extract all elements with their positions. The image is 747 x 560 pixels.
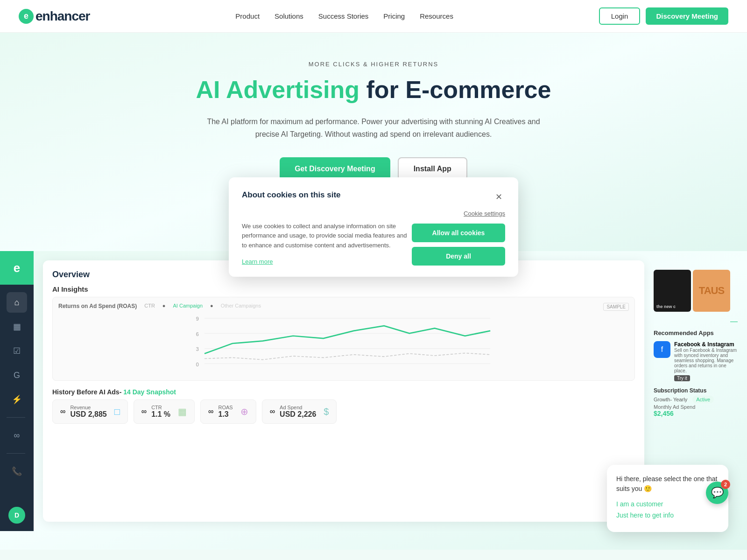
- revenue-value: USD 2,885: [70, 410, 106, 419]
- fb-app-desc: Sell on Facebook & Instagram with synced…: [674, 348, 738, 373]
- logo: e enhancer: [19, 9, 90, 24]
- fb-instagram-app: f Facebook & Instagram Sell on Facebook …: [654, 341, 738, 382]
- nav-success-stories[interactable]: Success Stories: [318, 12, 369, 20]
- chat-bubble-container: 💬 2: [715, 510, 738, 532]
- nav-pricing[interactable]: Pricing: [383, 12, 405, 20]
- hero-title-green: AI Advertising: [196, 76, 360, 103]
- adspend-icon: ∞: [270, 407, 275, 416]
- history-title: History Before AI Ads- 14 Day Snapshot: [52, 388, 635, 396]
- ctr-metric-label: CTR: [151, 405, 170, 410]
- sidebar-divider-2: [7, 453, 25, 454]
- sidebar-logo: e: [0, 251, 34, 285]
- cookie-right: Cookie settings Allow all cookies Deny a…: [412, 210, 505, 266]
- login-button[interactable]: Login: [599, 7, 641, 25]
- sidebar-avatar[interactable]: D: [8, 507, 25, 524]
- sub-status-label: Subscription Status: [654, 387, 738, 394]
- svg-text:6: 6: [196, 331, 199, 337]
- logo-icon: e: [19, 9, 34, 24]
- history-snapshot-label: 14 Day Snapshot: [123, 388, 176, 396]
- nav-links: Product Solutions Success Stories Pricin…: [235, 12, 453, 20]
- hero-title-rest: for E-commerce: [359, 76, 551, 103]
- ctr-metric-value: 1.1 %: [151, 410, 170, 419]
- growth-plan-text: Growth- Yearly: [654, 397, 687, 402]
- deny-all-button[interactable]: Deny all: [412, 247, 505, 266]
- navbar-actions: Login Discovery Meeting: [599, 7, 728, 25]
- cookie-left: We use cookies to collect and analyse in…: [242, 222, 412, 266]
- brand-name: enhancer: [35, 9, 90, 24]
- carousel-dot: —: [730, 317, 738, 326]
- roas-chart: 9 6 3 0: [58, 313, 629, 374]
- sidebar-item-analytics[interactable]: ▦: [7, 316, 27, 337]
- promo-dots: —: [654, 317, 738, 326]
- nav-solutions[interactable]: Solutions: [275, 12, 303, 20]
- revenue-label: Revenue: [70, 405, 106, 410]
- chat-message: Hi there, please select the one that sui…: [616, 474, 719, 494]
- roas-label: Returns on Ad Spend (ROAS): [58, 303, 137, 309]
- promo-image-orange: TAUS: [693, 270, 730, 312]
- fb-app-name: Facebook & Instagram: [674, 341, 738, 348]
- active-badge: Active: [692, 396, 714, 403]
- fb-app-info: Facebook & Instagram Sell on Facebook & …: [674, 341, 738, 382]
- svg-text:9: 9: [196, 316, 199, 322]
- chat-option-customer[interactable]: I am a customer: [616, 500, 719, 508]
- roas-metric-value: 1.3: [218, 410, 233, 419]
- cookie-banner: About cookies on this site ✕ We use cook…: [229, 177, 518, 277]
- cookie-body-text: We use cookies to collect and analyse in…: [242, 222, 412, 251]
- ctr-icon: ∞: [141, 407, 147, 416]
- roas-metric-label: ROAS: [218, 405, 233, 410]
- chart-labels: Returns on Ad Spend (ROAS) CTR ●AI Campa…: [58, 303, 629, 309]
- cookie-title: About cookies on this site: [242, 190, 341, 200]
- monthly-spend-label: Monthly Ad Spend: [654, 404, 738, 410]
- promo-images-strip: the new c TAUS: [654, 270, 738, 312]
- new-label: the new c: [656, 304, 676, 309]
- sidebar-item-integrations[interactable]: ⚡: [7, 389, 27, 410]
- hero-title: AI Advertising for E-commerce: [9, 76, 738, 104]
- dashboard-content: Overview AI Insights Returns on Ad Spend…: [34, 251, 654, 531]
- dashboard-inner: Overview AI Insights Returns on Ad Spend…: [43, 260, 644, 522]
- sidebar-item-infinity[interactable]: ∞: [7, 425, 27, 446]
- sidebar-item-home[interactable]: ⌂: [7, 292, 27, 313]
- metric-adspend: ∞ Ad Spend USD 2,226 $: [262, 399, 337, 424]
- adspend-label: Ad Spend: [280, 405, 316, 410]
- recommended-apps-title: Recommended Apps: [654, 329, 738, 336]
- subscription-status-section: Subscription Status Growth- Yearly Activ…: [654, 387, 738, 417]
- cookie-close-button[interactable]: ✕: [492, 190, 505, 203]
- cookie-settings-link[interactable]: Cookie settings: [464, 210, 505, 217]
- chart-area: Returns on Ad Spend (ROAS) CTR ●AI Campa…: [52, 297, 635, 381]
- sidebar-item-phone[interactable]: 📞: [7, 461, 27, 482]
- hero-subtitle: MORE CLICKS & HIGHER RETURNS: [9, 61, 738, 68]
- chat-option-info[interactable]: Just here to get info: [616, 511, 719, 519]
- metric-ctr: ∞ CTR 1.1 % ▦: [134, 399, 195, 424]
- allow-all-cookies-button[interactable]: Allow all cookies: [412, 224, 505, 242]
- revenue-icon: ∞: [60, 407, 65, 416]
- sidebar-divider: [7, 417, 25, 418]
- overview-label: Overview: [52, 270, 90, 279]
- ai-insights-label: AI Insights: [52, 285, 635, 293]
- promo-images: the new c TAUS —: [654, 270, 738, 326]
- growth-plan-label: Growth- Yearly Active: [654, 397, 738, 402]
- metric-revenue: ∞ Revenue USD 2,885 □: [52, 399, 128, 424]
- cookie-content-wrap: We use cookies to collect and analyse in…: [242, 210, 505, 266]
- nav-resources[interactable]: Resources: [420, 12, 453, 20]
- nav-product[interactable]: Product: [235, 12, 260, 20]
- history-before-label: History Before AI Ads-: [52, 388, 121, 396]
- cookie-banner-header: About cookies on this site ✕: [242, 190, 505, 203]
- promo-image-black: the new c: [654, 270, 691, 312]
- fb-app-try-button[interactable]: Try it: [674, 375, 690, 381]
- svg-text:3: 3: [196, 346, 199, 352]
- ctr-label: CTR: [144, 303, 155, 309]
- hero-description: The AI platform for maximum ad performan…: [196, 115, 551, 140]
- chat-unread-badge: 2: [721, 480, 730, 489]
- adspend-value: USD 2,226: [280, 410, 316, 419]
- chart-sample-badge: SAMPLE: [603, 303, 629, 311]
- sidebar-item-tasks[interactable]: ☑: [7, 341, 27, 361]
- learn-more-link[interactable]: Learn more: [242, 258, 273, 265]
- sidebar: e ⌂ ▦ ☑ G ⚡ ∞ 📞 D: [0, 251, 34, 531]
- metric-roas: ∞ ROAS 1.3 ⊕: [200, 399, 256, 424]
- chat-bubble-button[interactable]: 💬 2: [706, 482, 728, 504]
- other-campaigns-label: Other Campaigns: [221, 303, 261, 309]
- roas-icon: ∞: [208, 407, 213, 416]
- discovery-meeting-button[interactable]: Discovery Meeting: [646, 7, 728, 25]
- svg-text:0: 0: [196, 362, 199, 367]
- sidebar-item-google[interactable]: G: [7, 365, 27, 385]
